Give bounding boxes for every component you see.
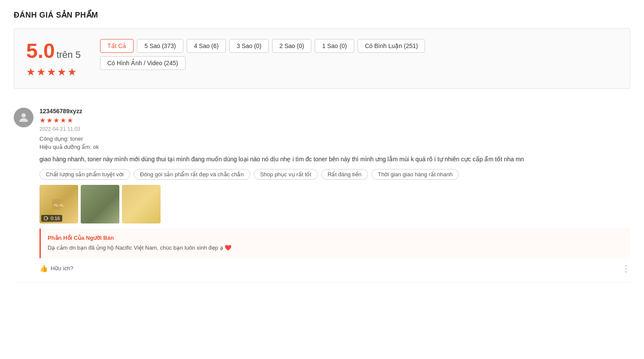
svg-point-0 [21, 113, 26, 118]
review-stars: ★ ★ ★ ★ ★ [39, 116, 630, 124]
review-text: giao hàng nhanh, toner này mình mới dùng… [39, 154, 630, 164]
helpful-row: 👍 Hữu ích? ⋮ [39, 263, 630, 274]
review-star-5: ★ [67, 116, 73, 124]
seller-reply-text: Dạ cảm ơn bạn đã ủng hộ Nacific Việt Nam… [48, 244, 623, 252]
reviewer-name: 123456789xyzz [39, 108, 630, 115]
seller-reply: Phản Hồi Của Người Bán Dạ cảm ơn bạn đã … [39, 229, 630, 258]
review-header: 123456789xyzz ★ ★ ★ ★ ★ 2022-04-21 11:03… [14, 108, 630, 274]
review-images: AL.AL 0:16 [39, 185, 630, 223]
filter-btn-1[interactable]: 5 Sao (373) [137, 39, 183, 53]
filter-btn-4[interactable]: 2 Sao (0) [272, 39, 312, 53]
rating-top: 5.0 trên 5 ★ ★ ★ ★ ★ Tất Cả5 Sao (373)4 … [26, 39, 618, 78]
filter-btn-3[interactable]: 3 Sao (0) [229, 39, 269, 53]
rating-stars: ★ ★ ★ ★ ★ [26, 66, 77, 78]
reviews-list: 123456789xyzz ★ ★ ★ ★ ★ 2022-04-21 11:03… [14, 99, 630, 283]
tag-3: Shop phục vụ rất tốt [254, 169, 318, 180]
review-attribute-1: Công dụng: toner [39, 136, 630, 142]
star-3: ★ [47, 66, 56, 78]
filter-btn-6[interactable]: Có Bình Luận (251) [358, 39, 425, 53]
tag-2: Đóng gói sản phẩm rất đẹp và chắc chắn [134, 169, 250, 180]
review-star-3: ★ [53, 116, 59, 124]
more-options-icon[interactable]: ⋮ [622, 263, 630, 274]
tag-5: Thời gian giao hàng rất nhanh [371, 169, 459, 180]
filter-row-2: Có Hình Ảnh / Video (245) [100, 56, 618, 70]
star-5: ★ [67, 66, 77, 78]
rating-score-block: 5.0 trên 5 ★ ★ ★ ★ ★ [26, 39, 86, 78]
review-image-3[interactable] [122, 185, 161, 223]
star-1: ★ [26, 66, 36, 78]
rating-number: 5.0 trên 5 [26, 39, 81, 63]
review-star-4: ★ [60, 116, 66, 124]
svg-rect-3 [44, 217, 47, 220]
filter-btn-0[interactable]: Tất Cả [100, 39, 134, 53]
review-item: 123456789xyzz ★ ★ ★ ★ ★ 2022-04-21 11:03… [14, 99, 630, 283]
rating-panel: 5.0 trên 5 ★ ★ ★ ★ ★ Tất Cả5 Sao (373)4 … [14, 28, 630, 89]
review-tags: Chất lượng sản phẩm tuyệt vời Đóng gói s… [39, 169, 630, 180]
video-duration-badge: 0:16 [41, 215, 62, 222]
avatar [14, 108, 33, 127]
tag-1: Chất lượng sản phẩm tuyệt vời [39, 169, 130, 180]
review-image-2[interactable] [81, 185, 119, 223]
star-4: ★ [57, 66, 67, 78]
review-attribute-2: Hiệu quả dưỡng ẩm: ok [39, 144, 630, 150]
review-star-1: ★ [39, 116, 46, 124]
review-date: 2022-04-21 11:03 [39, 126, 630, 132]
review-star-2: ★ [46, 116, 52, 124]
filter-btn-row2-0[interactable]: Có Hình Ảnh / Video (245) [100, 56, 185, 70]
filter-section: Tất Cả5 Sao (373)4 Sao (6)3 Sao (0)2 Sao… [100, 39, 618, 70]
star-2: ★ [36, 66, 46, 78]
tag-4: Rất đáng tiền [321, 169, 368, 180]
seller-reply-title: Phản Hồi Của Người Bán [48, 235, 623, 241]
section-title: ĐÁNH GIÁ SẢN PHẨM [14, 10, 630, 20]
helpful-button[interactable]: 👍 Hữu ích? [39, 264, 73, 272]
svg-text:AL.AL: AL.AL [54, 203, 64, 207]
filter-row-1: Tất Cả5 Sao (373)4 Sao (6)3 Sao (0)2 Sao… [100, 39, 618, 53]
avatar-icon [17, 111, 30, 124]
video-play-icon [44, 216, 49, 221]
thumbs-up-icon: 👍 [39, 264, 48, 272]
filter-btn-2[interactable]: 4 Sao (6) [187, 39, 226, 53]
review-image-1[interactable]: AL.AL 0:16 [39, 185, 78, 223]
filter-btn-5[interactable]: 1 Sao (0) [315, 39, 354, 53]
product-image-icon: AL.AL [50, 196, 67, 213]
review-meta: 123456789xyzz ★ ★ ★ ★ ★ 2022-04-21 11:03… [39, 108, 630, 274]
page-wrapper: ĐÁNH GIÁ SẢN PHẨM 5.0 trên 5 ★ ★ ★ ★ ★ [0, 0, 644, 359]
